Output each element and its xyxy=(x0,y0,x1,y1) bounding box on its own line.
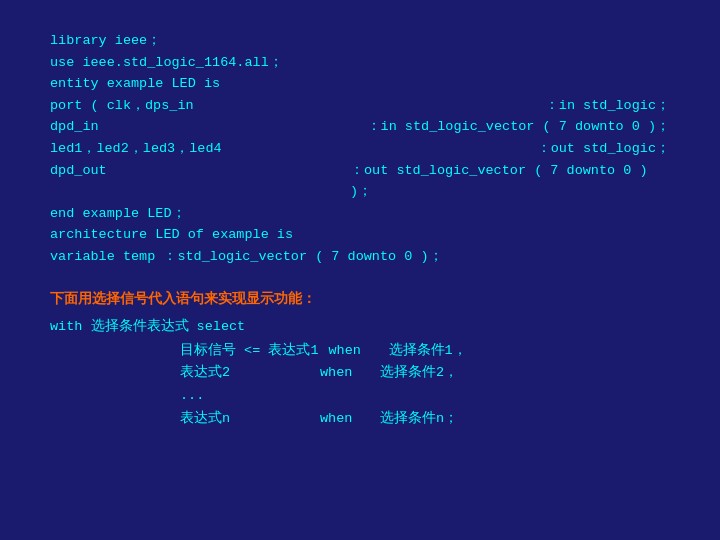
line-dpd-in: dpd_in ：in std_logic_vector ( 7 downto 0… xyxy=(50,116,670,138)
use-text: use ieee.std_logic_1164.all； xyxy=(50,52,283,74)
port-clk-right: ：in std_logic； xyxy=(545,95,670,117)
leds-right: ：out std_logic； xyxy=(537,138,670,160)
expr-line-n: 表达式n when 选择条件n； xyxy=(180,408,670,431)
architecture-text: architecture LED of example is xyxy=(50,224,293,246)
line-architecture: architecture LED of example is xyxy=(50,224,670,246)
expr-line-1: 目标信号 <= 表达式1 when 选择条件1， xyxy=(180,340,670,363)
line-leds: led1，led2，led3，led4 ：out std_logic； xyxy=(50,138,670,160)
expr1-right: 选择条件1， xyxy=(379,340,467,363)
code-container: library ieee； use ieee.std_logic_1164.al… xyxy=(50,30,670,431)
line-end: end example LED； xyxy=(50,203,670,225)
dpd-out-left: dpd_out xyxy=(50,160,350,203)
line-use: use ieee.std_logic_1164.all； xyxy=(50,52,670,74)
line-dpd-out: dpd_out ：out std_logic_vector ( 7 downto… xyxy=(50,160,670,203)
dpd-in-left: dpd_in xyxy=(50,116,350,138)
end-text: end example LED； xyxy=(50,203,186,225)
line-entity: entity example LED is xyxy=(50,73,670,95)
expr4-when: when xyxy=(310,408,370,431)
expr-line-2: 表达式2 when 选择条件2， xyxy=(180,362,670,385)
line-variable: variable temp ：std_logic_vector ( 7 down… xyxy=(50,246,670,268)
with-block: with 选择条件表达式 select 目标信号 <= 表达式1 when 选择… xyxy=(50,316,670,431)
expr2-right: 选择条件2， xyxy=(370,362,458,385)
library-text: library ieee； xyxy=(50,30,161,52)
section-title: 下面用选择信号代入语句来实现显示功能： xyxy=(50,288,670,310)
expr2-when: when xyxy=(310,362,370,385)
expr4-left: 表达式n xyxy=(180,408,310,431)
with-select-line: with 选择条件表达式 select xyxy=(50,316,670,338)
line-port-clk: port ( clk，dps_in ：in std_logic； xyxy=(50,95,670,117)
expr1-left: 目标信号 <= 表达式1 xyxy=(180,340,319,363)
entity-text: entity example LED is xyxy=(50,73,220,95)
dpd-out-right: ：out std_logic_vector ( 7 downto 0 ) )； xyxy=(350,160,670,203)
port-clk-left: port ( clk，dps_in xyxy=(50,95,350,117)
with-select-text: with 选择条件表达式 select xyxy=(50,316,245,338)
expr2-left: 表达式2 xyxy=(180,362,310,385)
line-library: library ieee； xyxy=(50,30,670,52)
leds-left: led1，led2，led3，led4 xyxy=(50,138,350,160)
expr-line-dots: ... xyxy=(180,385,670,408)
expr4-right: 选择条件n； xyxy=(370,408,458,431)
variable-text: variable temp ：std_logic_vector ( 7 down… xyxy=(50,246,443,268)
expr1-when: when xyxy=(319,340,379,363)
expr-dots: ... xyxy=(180,385,204,408)
dpd-in-right: ：in std_logic_vector ( 7 downto 0 )； xyxy=(367,116,670,138)
